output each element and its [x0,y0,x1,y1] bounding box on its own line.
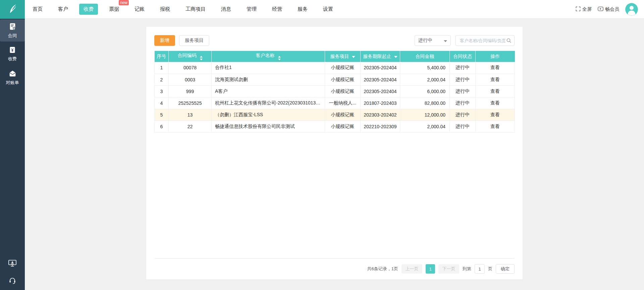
view-link[interactable]: 查看 [490,112,500,117]
next-page-button[interactable]: 下一页 [438,264,459,274]
list-toolbar: 新增 服务项目 进行中 [146,27,523,51]
col-header-code[interactable]: 合同编码 [169,51,212,62]
cell-status: 进行中 [450,85,476,97]
view-link[interactable]: 查看 [490,88,500,94]
view-link[interactable]: 查看 [490,124,500,129]
nav-item-label: 经营 [272,6,282,12]
sidebar-menu: 合同收费对账单 [0,19,25,88]
member-button[interactable]: 畅会员 [598,6,619,12]
cell-code: 0003 [169,74,212,85]
col-header-customer[interactable]: 客户名称 [212,51,325,62]
sort-icon [278,56,281,60]
col-header-label: 客户名称 [256,53,275,58]
cell-status: 进行中 [450,97,476,109]
nav-item-settings[interactable]: 设置 [319,4,337,15]
nav-item-business-project[interactable]: 工商项目 [181,4,210,15]
main-content: 新增 服务项目 进行中 [25,19,644,290]
app-root: 首页客户收费票据new记账报税工商项目消息管理经营服务设置 全屏 畅会员 [0,0,644,290]
nav-item-message[interactable]: 消息 [217,4,235,15]
nav-item-operation[interactable]: 经营 [268,4,286,15]
nav-item-label: 报税 [160,6,170,12]
fullscreen-button[interactable]: 全屏 [576,6,592,12]
cell-period: 201807-202403 [361,97,400,109]
sidebar-bottom-tools [0,259,25,285]
cell-amount: 82,800.00 [400,97,450,109]
cell-action: 查看 [476,74,515,85]
cell-period: 202210-202309 [361,121,400,132]
goto-confirm-button[interactable]: 确定 [496,264,515,274]
goto-page-input[interactable] [475,264,485,274]
table-body: 100078合作社1小规模记账202305-2024045,400.00进行中查… [155,62,515,132]
sidebar-item-fee[interactable]: 收费 [0,43,25,65]
table-row: 100078合作社1小规模记账202305-2024045,400.00进行中查… [155,62,515,74]
sidebar-item-contract[interactable]: 合同 [0,19,25,42]
col-header-service[interactable]: 服务项目 [325,51,361,62]
cell-amount: 12,000.00 [400,109,450,121]
fullscreen-label: 全屏 [582,6,592,12]
fee-icon [8,46,16,54]
nav-item-fee[interactable]: 收费 [79,4,98,15]
service-items-button[interactable]: 服务项目 [179,35,209,46]
cell-service: 小规模记账 [325,74,361,85]
nav-item-service[interactable]: 服务 [293,4,312,15]
col-header-amount: 合同金额 [400,51,450,62]
customer-service-button[interactable] [8,277,16,285]
download-client-icon [8,259,17,267]
nav-item-management[interactable]: 管理 [242,4,261,15]
nav-item-home[interactable]: 首页 [28,4,47,15]
nav-item-invoice[interactable]: 票据new [105,4,123,15]
col-header-period[interactable]: 服务期限起止 [361,51,400,62]
avatar[interactable] [625,3,638,16]
cell-code: 00078 [169,62,212,74]
sidebar-item-label: 收费 [8,56,17,62]
nav-item-tax[interactable]: 报税 [156,4,174,15]
cell-amount: 5,400.00 [400,62,450,74]
nav-item-customer[interactable]: 客户 [54,4,72,15]
col-header-label: 操作 [490,54,500,59]
record-summary: 共6条记录，1页 [367,266,398,272]
view-link[interactable]: 查看 [490,77,500,82]
contract-icon [8,22,17,31]
cell-service: 小规模记账 [325,62,361,74]
cell-amount: 2,000.04 [400,74,450,85]
table-row: 513（勿删）江西服宝-LSS小规模记账202303-20240212,000.… [155,109,515,121]
sort-icon [200,56,203,60]
download-client-button[interactable] [8,259,17,267]
nav-item-label: 消息 [221,6,231,12]
cell-code: 13 [169,109,212,121]
cell-service: 小规模记账 [325,109,361,121]
view-link[interactable]: 查看 [490,100,500,105]
nav-item-label: 首页 [33,6,43,12]
col-header-label: 合同状态 [453,54,472,59]
table-row: 3999A客户小规模记账202305-2024046,000.00进行中查看 [155,85,515,97]
view-link[interactable]: 查看 [490,65,500,70]
cell-service: 小规模记账 [325,121,361,132]
cell-status: 进行中 [450,121,476,132]
feather-logo-icon [6,2,19,17]
cell-amount: 6,000.00 [400,85,450,97]
nav-item-bookkeeping[interactable]: 记账 [130,4,149,15]
cell-action: 查看 [476,109,515,121]
table-row: 4252525525杭州杠上花文化传播有限公司-2022(20230310130… [155,97,515,109]
prev-page-button[interactable]: 上一页 [401,264,422,274]
sidebar-item-statement[interactable]: 对账单 [0,66,25,88]
sidebar-item-label: 对账单 [6,80,19,86]
filter-caret-icon [394,56,397,58]
app-logo[interactable] [0,0,25,19]
table-row: 20003沈海英测试勿删小规模记账202305-2024042,000.04进行… [155,74,515,85]
cell-action: 查看 [476,97,515,109]
nav-right-tools: 全屏 畅会员 [576,3,644,16]
col-header-action: 操作 [476,51,515,62]
add-button[interactable]: 新增 [154,35,175,46]
cell-period: 202305-202404 [361,85,400,97]
search-input[interactable] [459,38,506,44]
search-icon[interactable] [506,38,512,43]
fullscreen-icon [576,6,581,12]
page-number-button[interactable]: 1 [426,264,435,274]
nav-item-label: 客户 [58,6,68,12]
nav-item-label: 服务 [298,6,308,12]
nav-item-label: 工商项目 [185,6,206,12]
cell-status: 进行中 [450,74,476,85]
pagination-bar: 共6条记录，1页 上一页 1 下一页 到第 页 确定 [154,259,515,279]
status-filter-select[interactable]: 进行中 [415,35,451,46]
